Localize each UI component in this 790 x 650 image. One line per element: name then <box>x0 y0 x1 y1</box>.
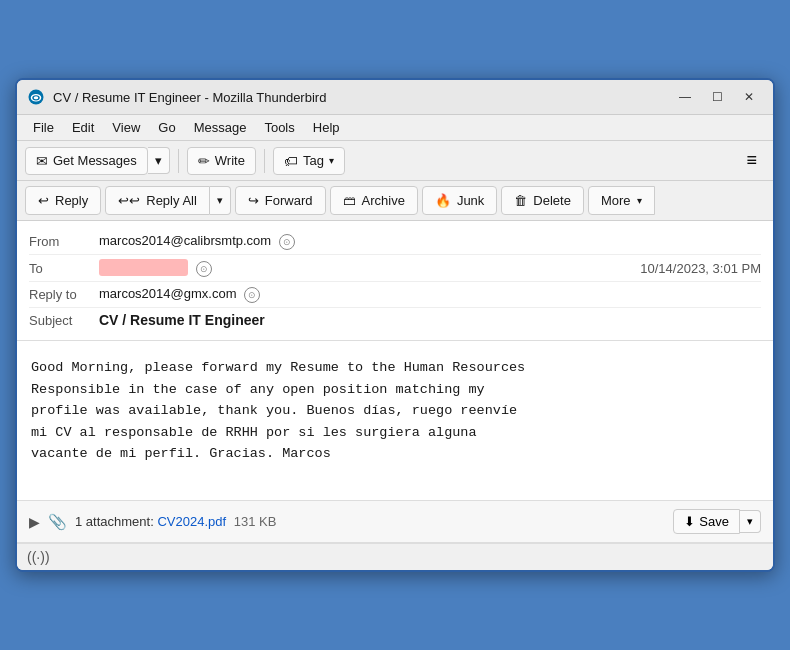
reply-to-value: marcos2014@gmx.com ⊙ <box>99 286 761 303</box>
delete-button[interactable]: 🗑 Delete <box>501 186 584 215</box>
minimize-button[interactable]: — <box>671 86 699 108</box>
title-bar-left: CV / Resume IT Engineer - Mozilla Thunde… <box>27 88 326 106</box>
reply-label: Reply <box>55 193 88 208</box>
thunderbird-window: CV / Resume IT Engineer - Mozilla Thunde… <box>15 78 775 572</box>
get-messages-label: Get Messages <box>53 153 137 168</box>
to-contact-icon[interactable]: ⊙ <box>196 261 212 277</box>
archive-button[interactable]: 🗃 Archive <box>330 186 418 215</box>
email-body: Good Morning, please forward my Resume t… <box>17 341 773 501</box>
menu-view[interactable]: View <box>104 117 148 138</box>
forward-button[interactable]: ↪ Forward <box>235 186 326 215</box>
menu-bar: File Edit View Go Message Tools Help <box>17 115 773 141</box>
attachment-clip-icon: 📎 <box>48 513 67 531</box>
tag-chevron-icon: ▾ <box>329 155 334 166</box>
from-contact-icon[interactable]: ⊙ <box>279 234 295 250</box>
subject-value: CV / Resume IT Engineer <box>99 312 761 328</box>
attachment-info: 1 attachment: CV2024.pdf 131 KB <box>75 514 665 529</box>
title-bar: CV / Resume IT Engineer - Mozilla Thunde… <box>17 80 773 115</box>
delete-icon: 🗑 <box>514 193 527 208</box>
reply-all-label: Reply All <box>146 193 197 208</box>
tag-label: Tag <box>303 153 324 168</box>
window-controls: — ☐ ✕ <box>671 86 763 108</box>
save-dropdown-button[interactable]: ▾ <box>740 510 761 533</box>
toolbar-separator-2 <box>264 149 265 173</box>
to-row: To ⊙ 10/14/2023, 3:01 PM <box>29 255 761 282</box>
to-label: To <box>29 261 99 276</box>
from-email: marcos2014@calibrsmtp.com <box>99 233 271 248</box>
attachment-count: 1 attachment: <box>75 514 154 529</box>
more-group: More ▾ <box>588 186 655 215</box>
get-messages-dropdown[interactable]: ▾ <box>148 147 170 174</box>
status-bar: ((·)) <box>17 543 773 570</box>
to-email-blurred <box>99 259 188 276</box>
reply-to-label: Reply to <box>29 287 99 302</box>
close-button[interactable]: ✕ <box>735 86 763 108</box>
reply-all-icon: ↩↩ <box>118 193 140 208</box>
write-label: Write <box>215 153 245 168</box>
get-messages-icon: ✉ <box>36 153 48 169</box>
menu-message[interactable]: Message <box>186 117 255 138</box>
save-button[interactable]: ⬇ Save <box>673 509 740 534</box>
reply-all-button[interactable]: ↩↩ Reply All <box>105 186 210 215</box>
tag-icon: 🏷 <box>284 153 298 169</box>
reply-to-row: Reply to marcos2014@gmx.com ⊙ <box>29 282 761 308</box>
attachment-filename[interactable]: CV2024.pdf <box>157 514 226 529</box>
window-title: CV / Resume IT Engineer - Mozilla Thunde… <box>53 90 326 105</box>
from-row: From marcos2014@calibrsmtp.com ⊙ <box>29 229 761 255</box>
more-label: More <box>601 193 631 208</box>
menu-help[interactable]: Help <box>305 117 348 138</box>
thunderbird-icon <box>27 88 45 106</box>
wifi-icon: ((·)) <box>27 549 50 565</box>
toolbar-separator-1 <box>178 149 179 173</box>
subject-row: Subject CV / Resume IT Engineer <box>29 308 761 332</box>
subject-label: Subject <box>29 313 99 328</box>
maximize-button[interactable]: ☐ <box>703 86 731 108</box>
tag-button[interactable]: 🏷 Tag ▾ <box>273 147 345 175</box>
save-icon: ⬇ <box>684 514 695 529</box>
archive-label: Archive <box>362 193 405 208</box>
action-bar: ↩ Reply ↩↩ Reply All ▾ ↪ Forward 🗃 Archi… <box>17 181 773 221</box>
get-messages-button[interactable]: ✉ Get Messages <box>25 147 148 175</box>
archive-icon: 🗃 <box>343 193 356 208</box>
menu-edit[interactable]: Edit <box>64 117 102 138</box>
junk-label: Junk <box>457 193 484 208</box>
reply-all-group: ↩↩ Reply All ▾ <box>105 186 231 215</box>
attachment-expand-icon[interactable]: ▶ <box>29 514 40 530</box>
forward-label: Forward <box>265 193 313 208</box>
from-value: marcos2014@calibrsmtp.com ⊙ <box>99 233 761 250</box>
menu-go[interactable]: Go <box>150 117 183 138</box>
reply-all-dropdown[interactable]: ▾ <box>210 186 231 215</box>
menu-file[interactable]: File <box>25 117 62 138</box>
save-group: ⬇ Save ▾ <box>673 509 761 534</box>
attachment-bar: ▶ 📎 1 attachment: CV2024.pdf 131 KB ⬇ Sa… <box>17 501 773 543</box>
email-body-text: Good Morning, please forward my Resume t… <box>31 357 759 465</box>
write-button[interactable]: ✏ Write <box>187 147 256 175</box>
forward-icon: ↪ <box>248 193 259 208</box>
menu-tools[interactable]: Tools <box>256 117 302 138</box>
reply-icon: ↩ <box>38 193 49 208</box>
reply-button[interactable]: ↩ Reply <box>25 186 101 215</box>
hamburger-menu-button[interactable]: ≡ <box>738 146 765 175</box>
junk-icon: 🔥 <box>435 193 451 208</box>
more-chevron-icon: ▾ <box>637 195 642 206</box>
junk-button[interactable]: 🔥 Junk <box>422 186 497 215</box>
main-toolbar: ✉ Get Messages ▾ ✏ Write 🏷 Tag ▾ ≡ <box>17 141 773 181</box>
reply-to-contact-icon[interactable]: ⊙ <box>244 287 260 303</box>
delete-label: Delete <box>533 193 571 208</box>
reply-to-email: marcos2014@gmx.com <box>99 286 236 301</box>
from-label: From <box>29 234 99 249</box>
more-button[interactable]: More ▾ <box>588 186 655 215</box>
save-label: Save <box>699 514 729 529</box>
to-value: ⊙ <box>99 259 640 277</box>
attachment-size: 131 KB <box>234 514 277 529</box>
svg-point-3 <box>34 96 39 99</box>
email-header: From marcos2014@calibrsmtp.com ⊙ To ⊙ 10… <box>17 221 773 341</box>
email-date: 10/14/2023, 3:01 PM <box>640 261 761 276</box>
write-icon: ✏ <box>198 153 210 169</box>
